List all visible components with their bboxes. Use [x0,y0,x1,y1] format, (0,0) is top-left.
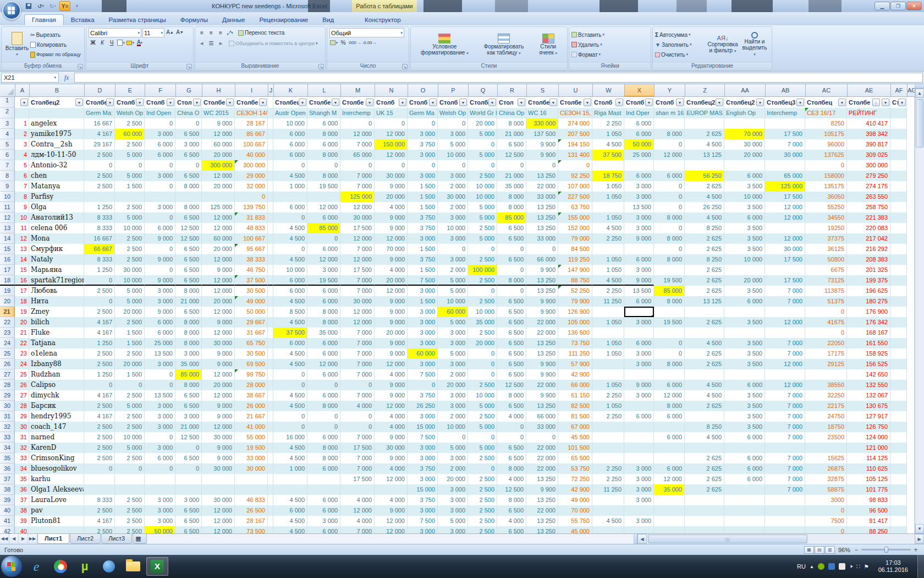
cell[interactable] [268,432,273,443]
season-label-I[interactable]: СЕЗОН 14/ [235,108,268,118]
cell[interactable]: 2 250 [592,233,624,244]
cell[interactable]: Pluton81 [29,516,84,526]
cell[interactable]: 20 000 [202,150,235,160]
cell[interactable]: 2 000 [438,369,468,380]
cell[interactable]: 0 [468,369,497,380]
cell[interactable]: 32875 [805,474,847,484]
cell[interactable] [268,401,273,411]
cell[interactable]: 60 000 [202,233,235,244]
cell[interactable]: 88 750 [558,275,592,286]
cell[interactable]: 66 000 [526,254,558,265]
cell[interactable]: 8 000 [307,171,340,181]
cell[interactable]: 8 [15,192,29,202]
row-header-38[interactable]: 38 [0,484,15,495]
cell[interactable]: 9 900 [526,265,558,275]
cell[interactable]: 0 [273,160,307,171]
cell[interactable]: 5 000 [468,401,497,411]
cell[interactable]: 7 000 [765,338,805,348]
cell[interactable]: 217 042 [847,233,890,244]
row-header-18[interactable]: 18 [0,275,15,286]
cell[interactable]: 3 750 [408,139,438,150]
cell[interactable] [724,443,765,453]
cell[interactable]: 135175 [805,181,847,192]
cell[interactable] [907,233,915,244]
cell[interactable]: 4 500 [685,338,724,348]
filter-dropdown-Y[interactable]: ▼ [676,99,684,106]
cell[interactable]: 156 525 [847,359,890,369]
cell[interactable]: 3 000 [438,212,468,223]
cell[interactable]: Анатолий13 [29,212,84,223]
cell[interactable]: 12 000 [375,286,408,296]
app-tray-icon[interactable] [828,563,835,570]
cell[interactable]: 2 500 [115,390,145,401]
filter-dropdown-Q[interactable]: ▼ [488,99,496,106]
cell[interactable]: 7 000 [340,464,375,474]
cell[interactable] [624,526,654,533]
cell[interactable]: 22175 [805,401,847,411]
cell[interactable]: 15625 [805,453,847,464]
cell[interactable]: 6 000 [307,369,340,380]
cell[interactable]: 5 000 [438,139,468,150]
cell[interactable] [724,160,765,171]
season-label-D[interactable]: Germ Ma: [84,108,115,118]
cell[interactable]: 3 000 [408,411,438,422]
cell[interactable]: 5 000 [115,286,145,296]
cell[interactable] [907,265,915,275]
filter-dropdown-E[interactable]: ▼ [136,99,144,106]
cell[interactable]: 19 500 [235,443,268,453]
cell[interactable]: 26875 [805,464,847,474]
cell[interactable]: 7 [15,181,29,192]
cell[interactable]: 0 [84,296,115,307]
cell[interactable]: 2 000 [438,265,468,275]
cell[interactable] [268,516,273,526]
cell[interactable]: 155 000 [558,212,592,223]
cell[interactable]: 31 [15,432,29,443]
row-header-22[interactable]: 22 [0,317,15,328]
cell[interactable] [765,369,805,380]
ribbon-tab-Формулы[interactable]: Формулы [173,15,215,25]
cell[interactable]: 13 500 [624,286,654,296]
cell[interactable]: 10 000 [273,265,307,275]
cell[interactable]: 9 900 [526,390,558,401]
cell[interactable]: 4 167 [84,411,115,422]
cell[interactable]: 3 000 [438,171,468,181]
cell[interactable]: 6 000 [307,118,340,129]
cell[interactable]: 12 000 [340,307,375,317]
cell[interactable]: 26 250 [685,202,724,212]
cell[interactable]: 2 500 [468,526,497,533]
cell[interactable]: 49 000 [235,296,268,307]
cell[interactable]: 9 900 [526,484,558,495]
cell[interactable]: 30 000 [202,338,235,348]
cell[interactable]: 5 000 [438,275,468,286]
cell[interactable]: 3 000 [438,401,468,411]
cell[interactable]: 12 500 [175,432,202,443]
percent-button[interactable]: % [339,39,348,47]
cell[interactable]: 14 [15,254,29,265]
cell[interactable]: 6 000 [273,139,307,150]
cell[interactable]: 5 000 [438,443,468,453]
scroll-left-button[interactable]: ◀ [637,534,647,544]
cell[interactable]: 0 [805,328,847,338]
cell[interactable]: 4 500 [592,275,624,286]
cell[interactable]: 8 333 [84,212,115,223]
column-header-AG[interactable]: AG [908,84,915,97]
cell[interactable]: 12 000 [765,233,805,244]
cell[interactable]: o1elena [29,348,84,359]
cell[interactable]: 26 250 [408,401,438,411]
cell[interactable]: 207 500 [558,129,592,139]
row-header-35[interactable]: 35 [0,453,15,464]
cell[interactable] [654,160,685,171]
sort-filter-button[interactable]: АЯ↓ Сортировкаи фильтр ▾ [706,28,740,61]
cell[interactable]: 5 000 [115,443,145,453]
cell[interactable] [685,307,724,317]
cell[interactable]: 99 750 [235,369,268,380]
row-header-37[interactable]: 37 [0,474,15,484]
cell[interactable]: 16 667 [84,118,115,129]
cell[interactable]: 3 000 [145,401,175,411]
cell[interactable]: 3 000 [145,422,175,432]
column-header-S[interactable]: S [527,84,559,97]
row-header-29[interactable]: 29 [0,390,15,401]
cell[interactable] [592,160,624,171]
cell[interactable]: 0 [175,443,202,453]
cell[interactable]: 0 [273,369,307,380]
